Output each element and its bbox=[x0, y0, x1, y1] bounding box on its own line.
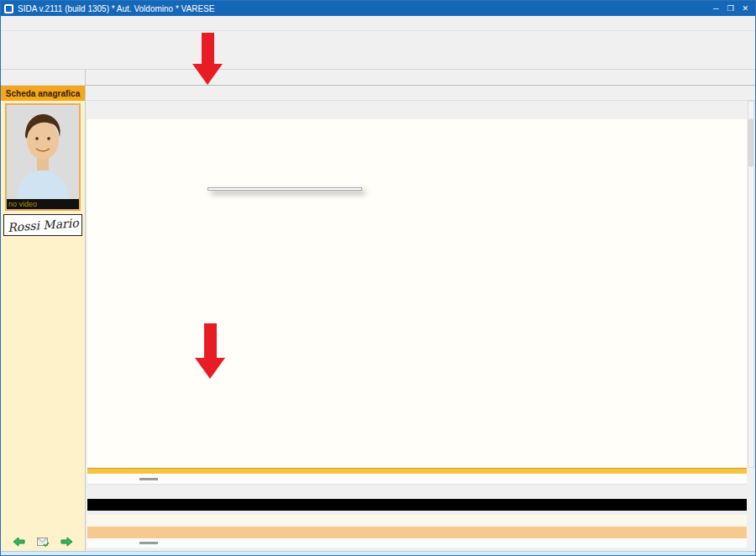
documents-header bbox=[87, 499, 747, 511]
next-record-button[interactable] bbox=[60, 537, 73, 548]
hscroll-thumb[interactable] bbox=[139, 478, 158, 480]
maximize-button[interactable]: ❒ bbox=[727, 4, 733, 13]
horizontal-scrollbar[interactable] bbox=[87, 474, 747, 485]
person-fields bbox=[1, 236, 85, 243]
menu-bar bbox=[1, 16, 755, 31]
documents-hscroll-thumb[interactable] bbox=[139, 542, 158, 544]
minimize-button[interactable]: ─ bbox=[713, 4, 718, 13]
grid-toolbar bbox=[86, 86, 755, 101]
scrollbar-thumb[interactable] bbox=[748, 118, 753, 167]
archive-tabs bbox=[86, 70, 755, 86]
documents-tabs bbox=[86, 485, 755, 499]
grid-header bbox=[87, 101, 747, 113]
mail-status-icon[interactable] bbox=[37, 538, 50, 548]
person-sidebar: Scheda anagrafica no video Rossi Mario bbox=[1, 70, 86, 551]
document-row[interactable] bbox=[87, 515, 747, 527]
sidebar-mini-toolbar bbox=[1, 70, 85, 86]
window-title: SIDA v.2111 (build 1305) * Aut. Voldomin… bbox=[18, 4, 214, 13]
documents-bottom-bar bbox=[87, 527, 747, 538]
signature: Rossi Mario bbox=[7, 216, 78, 234]
records-grid bbox=[87, 119, 747, 468]
signature-box: Rossi Mario bbox=[3, 214, 82, 236]
sidebar-header: Scheda anagrafica bbox=[1, 86, 85, 101]
title-bar: SIDA v.2111 (build 1305) * Aut. Voldomin… bbox=[1, 1, 755, 16]
documents-hscrollbar[interactable] bbox=[87, 538, 747, 548]
vertical-scrollbar[interactable] bbox=[748, 101, 754, 468]
sidebar-nav bbox=[1, 537, 85, 548]
person-photo: no video bbox=[5, 103, 81, 211]
status-band bbox=[1, 551, 755, 555]
close-button[interactable]: ✕ bbox=[742, 4, 748, 13]
app-icon bbox=[4, 4, 13, 13]
main-toolbar bbox=[1, 31, 755, 70]
photo-caption: no video bbox=[7, 199, 79, 209]
prev-record-button[interactable] bbox=[13, 537, 26, 548]
grid-filter-strip bbox=[87, 113, 747, 119]
sida-window: SIDA v.2111 (build 1305) * Aut. Voldomin… bbox=[0, 0, 756, 556]
main-area bbox=[86, 70, 755, 551]
context-menu bbox=[207, 187, 362, 191]
grid-bottom-bar bbox=[87, 468, 747, 474]
